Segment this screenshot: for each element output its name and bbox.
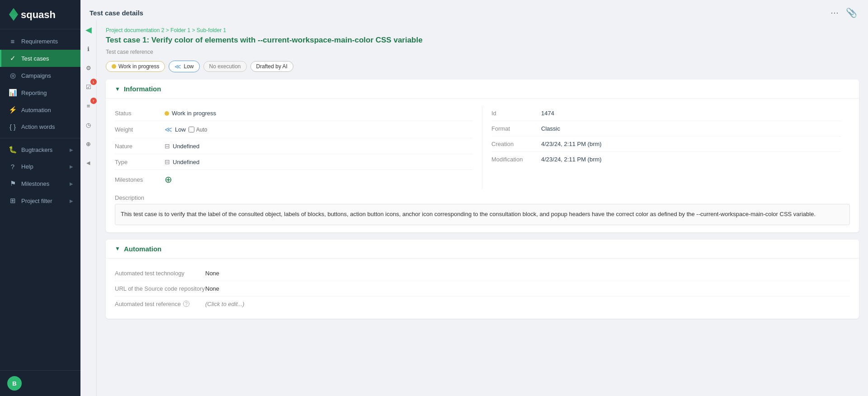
info-row-milestones: Milestones ⊕ bbox=[115, 170, 473, 189]
automation-icon: ⚡ bbox=[9, 106, 17, 114]
sidebar-divider-1 bbox=[0, 138, 80, 138]
gear-icon-btn[interactable]: ⚙ bbox=[82, 61, 95, 74]
auto-row-technology: Automated test technology None bbox=[115, 266, 850, 281]
type-value: ⊟ Undefined bbox=[165, 158, 199, 165]
project-filter-icon: ⊞ bbox=[9, 197, 17, 205]
sidebar-item-requirements[interactable]: ≡ Requirements bbox=[0, 33, 80, 50]
automation-chevron-icon: ▼ bbox=[115, 245, 120, 252]
auto-checkbox-input[interactable] bbox=[189, 127, 194, 132]
left-icon-strip: ◀ ℹ ⚙ ☑ 1 ≡ 7 ◷ ⊕ ◀ bbox=[80, 20, 97, 396]
info-row-id: Id 1474 bbox=[491, 106, 841, 121]
checklist-badge: 1 bbox=[90, 79, 97, 85]
page-title-bar: Test case details ⋯ 📎 bbox=[90, 5, 859, 20]
execution-badge: No execution bbox=[203, 61, 247, 72]
auto-row-reference: Automated test reference ? (Click to edi… bbox=[115, 297, 850, 311]
format-value: Classic bbox=[541, 125, 560, 132]
breadcrumb: Project documentation 2 > Folder 1 > Sub… bbox=[106, 27, 859, 33]
list-icon: ≡ bbox=[87, 103, 90, 109]
description-section: Description This test case is to verify … bbox=[115, 194, 850, 225]
sidebar-item-help[interactable]: ? Help ▶ bbox=[0, 158, 80, 175]
test-case-title: Test case 1: Verify color of elements wi… bbox=[106, 35, 859, 45]
info-grid: Status Work in progress Weight bbox=[115, 106, 850, 189]
svg-marker-2 bbox=[9, 8, 18, 14]
modification-value: 4/23/24, 2:11 PM (brm) bbox=[541, 156, 602, 163]
auto-reference-label: Automated test reference ? bbox=[115, 301, 205, 307]
info-icon: ℹ bbox=[87, 46, 90, 52]
checklist-icon-btn[interactable]: ☑ 1 bbox=[82, 80, 95, 93]
bugtrackers-icon: 🐛 bbox=[9, 146, 17, 154]
attach-button[interactable]: 📎 bbox=[844, 5, 859, 20]
automation-grid: Automated test technology None URL of th… bbox=[115, 266, 850, 311]
sidebar-item-campaigns[interactable]: ◎ Campaigns bbox=[0, 67, 80, 84]
id-value: 1474 bbox=[541, 110, 554, 117]
clock-icon-btn[interactable]: ◷ bbox=[82, 118, 95, 131]
help-expand-icon: ▶ bbox=[70, 164, 73, 169]
list-icon-btn[interactable]: ≡ 7 bbox=[82, 99, 95, 112]
page-title: Test case details bbox=[90, 9, 143, 17]
sidebar-item-bugtrackers[interactable]: 🐛 Bugtrackers ▶ bbox=[0, 141, 80, 158]
automation-section-header[interactable]: ▼ Automation bbox=[106, 240, 859, 259]
checklist-icon: ☑ bbox=[86, 84, 91, 90]
sidebar-item-reporting[interactable]: 📊 Reporting bbox=[0, 84, 80, 101]
reporting-icon: 📊 bbox=[9, 89, 17, 97]
page-header-actions: ⋯ 📎 bbox=[829, 5, 859, 20]
auto-checkbox-label: Auto bbox=[189, 127, 208, 133]
weight-arrow-icon: ≪ bbox=[175, 63, 181, 70]
information-section: ▼ Information Status Work in bbox=[106, 80, 859, 232]
nature-value: ⊟ Undefined bbox=[165, 142, 199, 150]
creation-value: 4/23/24, 2:11 PM (brm) bbox=[541, 141, 602, 147]
sidebar-item-milestones[interactable]: ⚑ Milestones ▶ bbox=[0, 175, 80, 192]
collapse-sidebar-button[interactable]: ◀ bbox=[84, 158, 93, 168]
gear-icon: ⚙ bbox=[86, 65, 91, 71]
description-text: This test case is to verify that the lab… bbox=[115, 204, 850, 225]
information-chevron-icon: ▼ bbox=[115, 86, 120, 92]
info-row-format: Format Classic bbox=[491, 121, 841, 137]
type-select-icon: ⊟ bbox=[165, 158, 170, 165]
info-row-weight: Weight ≪ Low Auto bbox=[115, 121, 473, 138]
bugtrackers-expand-icon: ▶ bbox=[70, 147, 73, 152]
info-icon-btn[interactable]: ℹ bbox=[82, 42, 95, 55]
sidebar-item-test-cases[interactable]: ✓ Test cases bbox=[0, 50, 80, 67]
list-badge: 7 bbox=[90, 98, 97, 104]
info-row-nature: Nature ⊟ Undefined bbox=[115, 138, 473, 154]
campaigns-icon: ◎ bbox=[9, 71, 17, 80]
description-label: Description bbox=[115, 194, 850, 201]
sidebar: squash ≡ Requirements ✓ Test cases ◎ Cam… bbox=[0, 0, 80, 396]
project-filter-expand-icon: ▶ bbox=[70, 198, 73, 203]
shield-icon: ⊕ bbox=[86, 141, 91, 147]
status-value: Work in progress bbox=[165, 110, 216, 117]
clock-icon: ◷ bbox=[86, 122, 91, 128]
status-badge[interactable]: Work in progress bbox=[106, 61, 165, 72]
page-header: Test case details ⋯ 📎 bbox=[80, 0, 868, 20]
requirements-icon: ≡ bbox=[9, 38, 17, 45]
weight-badge[interactable]: ≪ Low bbox=[169, 61, 199, 72]
sidebar-item-automation[interactable]: ⚡ Automation bbox=[0, 101, 80, 118]
shield-icon-btn[interactable]: ⊕ bbox=[82, 137, 95, 150]
nature-select-icon: ⊟ bbox=[165, 142, 170, 150]
more-options-button[interactable]: ⋯ bbox=[829, 6, 840, 19]
app-logo[interactable]: squash bbox=[0, 0, 80, 29]
info-col-left: Status Work in progress Weight bbox=[115, 106, 482, 189]
information-section-title: Information bbox=[124, 85, 161, 93]
sidebar-nav: ≡ Requirements ✓ Test cases ◎ Campaigns … bbox=[0, 29, 80, 370]
milestones-icon: ⚑ bbox=[9, 179, 17, 188]
main-with-icons: ◀ ℹ ⚙ ☑ 1 ≡ 7 ◷ ⊕ ◀ bbox=[80, 20, 868, 396]
info-col-right: Id 1474 Format Classic Creation 4/23/24,… bbox=[482, 106, 850, 189]
sidebar-item-action-words[interactable]: { } Action words bbox=[0, 118, 80, 135]
info-row-modification: Modification 4/23/24, 2:11 PM (brm) bbox=[491, 152, 841, 167]
user-avatar[interactable]: B bbox=[7, 376, 22, 391]
info-row-creation: Creation 4/23/24, 2:11 PM (brm) bbox=[491, 137, 841, 152]
milestones-expand-icon: ▶ bbox=[70, 181, 73, 186]
info-row-status: Status Work in progress bbox=[115, 106, 473, 121]
information-section-body: Status Work in progress Weight bbox=[106, 99, 859, 232]
milestones-add-icon[interactable]: ⊕ bbox=[165, 174, 172, 185]
weight-arrows-icon: ≪ bbox=[165, 125, 172, 134]
sidebar-item-project-filter[interactable]: ⊞ Project filter ▶ bbox=[0, 192, 80, 209]
back-button[interactable]: ◀ bbox=[82, 24, 95, 36]
status-value-dot bbox=[165, 111, 169, 116]
test-cases-icon: ✓ bbox=[9, 54, 17, 62]
help-circle-icon: ? bbox=[183, 301, 189, 307]
help-icon: ? bbox=[9, 163, 17, 170]
content-area: Project documentation 2 > Folder 1 > Sub… bbox=[97, 20, 868, 396]
information-section-header[interactable]: ▼ Information bbox=[106, 80, 859, 99]
